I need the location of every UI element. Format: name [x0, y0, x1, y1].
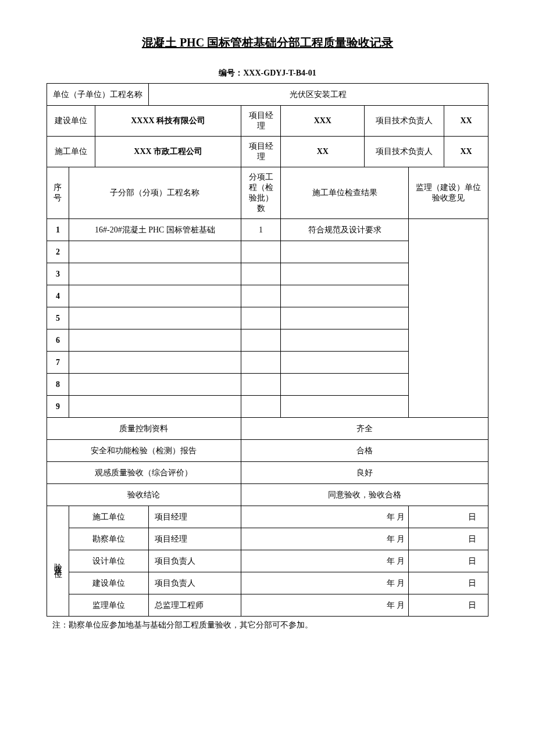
sig-org: 设计单位 [69, 550, 148, 572]
sig-date-ym: 年 月 [241, 528, 408, 550]
row-result [281, 285, 409, 307]
opinion-cell [409, 219, 488, 418]
row-batch [241, 374, 280, 396]
acceptance-table: 单位（子单位）工程名称 光伏区安装工程 建设单位 XXXX 科技有限公司 项目经… [47, 83, 488, 617]
sig-date-ym: 年 月 [241, 506, 408, 528]
row-seq: 4 [47, 285, 69, 307]
sig-role: 总监理工程师 [148, 594, 241, 617]
col-seq: 序号 [47, 167, 69, 219]
sig-role: 项目负责人 [148, 572, 241, 594]
row-result [281, 329, 409, 352]
row-seq: 2 [47, 241, 69, 263]
row-result [281, 374, 409, 396]
conclusion-value: 同意验收，验收合格 [241, 484, 488, 506]
sig-date-d: 日 [409, 506, 488, 528]
sig-date-d: 日 [409, 572, 488, 594]
footnote: 注：勘察单位应参加地基与基础分部工程质量验收，其它分部可不参加。 [47, 620, 488, 630]
contractor-tech: XX [444, 137, 488, 167]
sig-org: 建设单位 [69, 572, 148, 594]
sig-role: 项目经理 [148, 506, 241, 528]
safety-value: 合格 [241, 440, 488, 462]
row-result: 符合规范及设计要求 [281, 219, 409, 241]
sig-date-ym: 年 月 [241, 572, 408, 594]
sig-date-d: 日 [409, 550, 488, 572]
row-batch [241, 241, 280, 263]
doc-number-label: 编号： [219, 69, 243, 77]
sig-date-ym: 年 月 [241, 550, 408, 572]
row-name [69, 241, 241, 263]
row-result [281, 263, 409, 285]
row-batch: 1 [241, 219, 280, 241]
row-name [69, 307, 241, 329]
row-name [69, 352, 241, 374]
sig-org: 勘察单位 [69, 528, 148, 550]
builder-tech: XX [444, 106, 488, 137]
contractor-label: 施工单位 [47, 137, 95, 167]
builder-value: XXXX 科技有限公司 [95, 106, 241, 137]
row-batch [241, 307, 280, 329]
row-name [69, 396, 241, 418]
table-row: 1 16#-20#混凝土 PHC 国标管桩基础 1 符合规范及设计要求 [47, 219, 488, 241]
col-subname: 子分部（分项）工程名称 [69, 167, 241, 219]
row-result [281, 241, 409, 263]
row-result [281, 307, 409, 329]
pm-label: 项目经理 [241, 106, 280, 137]
sig-date-d: 日 [409, 528, 488, 550]
pm-label-2: 项目经理 [241, 137, 280, 167]
col-batch: 分项工程（检验批）数 [241, 167, 280, 219]
row-seq: 6 [47, 329, 69, 352]
row-seq: 5 [47, 307, 69, 329]
builder-label: 建设单位 [47, 106, 95, 137]
doc-number: 编号：XXX-GDYJ-T-B4-01 [47, 68, 488, 78]
row-batch [241, 329, 280, 352]
visual-label: 观感质量验收（综合评价） [47, 462, 241, 484]
qc-value: 齐全 [241, 418, 488, 440]
row-batch [241, 263, 280, 285]
sig-role: 项目负责人 [148, 550, 241, 572]
conclusion-label: 验收结论 [47, 484, 241, 506]
contractor-value: XXX 市政工程公司 [95, 137, 241, 167]
row-seq: 1 [47, 219, 69, 241]
row-name [69, 329, 241, 352]
row-seq: 9 [47, 396, 69, 418]
sig-org: 施工单位 [69, 506, 148, 528]
col-opinion: 监理（建设）单位验收意见 [409, 167, 488, 219]
sig-date-ym: 年 月 [241, 594, 408, 617]
safety-label: 安全和功能检验（检测）报告 [47, 440, 241, 462]
accept-unit-label: 验收单位 [47, 506, 69, 617]
row-batch [241, 352, 280, 374]
row-result [281, 352, 409, 374]
row-name [69, 374, 241, 396]
page-title: 混凝土 PHC 国标管桩基础分部工程质量验收记录 [47, 35, 488, 51]
col-result: 施工单位检查结果 [281, 167, 409, 219]
row-batch [241, 396, 280, 418]
row-name [69, 263, 241, 285]
sig-role: 项目经理 [148, 528, 241, 550]
doc-number-value: XXX-GDYJ-T-B4-01 [243, 69, 316, 77]
visual-value: 良好 [241, 462, 488, 484]
row-seq: 3 [47, 263, 69, 285]
row-seq: 8 [47, 374, 69, 396]
tech-leader-label: 项目技术负责人 [365, 106, 444, 137]
sig-date-d: 日 [409, 594, 488, 617]
row-name: 16#-20#混凝土 PHC 国标管桩基础 [69, 219, 241, 241]
qc-label: 质量控制资料 [47, 418, 241, 440]
row-name [69, 285, 241, 307]
unit-name-value: 光伏区安装工程 [148, 84, 488, 106]
row-batch [241, 285, 280, 307]
row-result [281, 396, 409, 418]
builder-pm: XXX [281, 106, 365, 137]
row-seq: 7 [47, 352, 69, 374]
sig-org: 监理单位 [69, 594, 148, 617]
unit-name-label: 单位（子单位）工程名称 [47, 84, 149, 106]
tech-leader-label-2: 项目技术负责人 [365, 137, 444, 167]
contractor-pm: XX [281, 137, 365, 167]
